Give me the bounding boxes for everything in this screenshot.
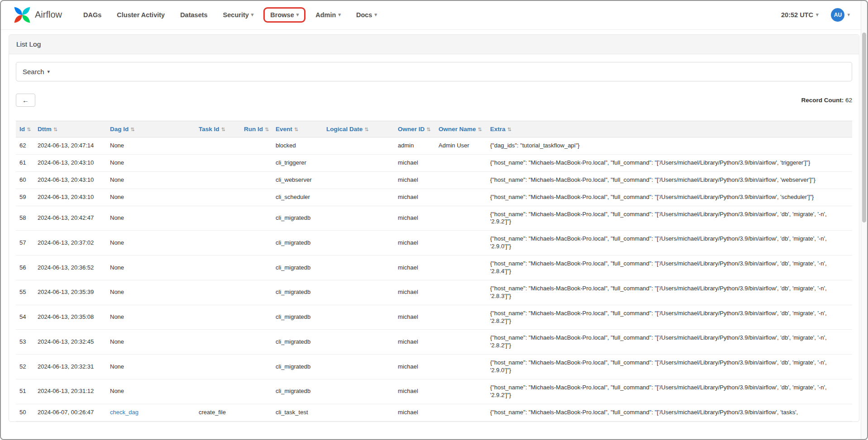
cell-owner_id: michael	[394, 330, 435, 355]
clock-label: 20:52 UTC	[781, 11, 813, 19]
cell-dag_id: None	[106, 171, 195, 189]
cell-extra: {"host_name": "Michaels-MacBook-Pro.loca…	[486, 280, 852, 305]
chevron-down-icon: ▾	[847, 12, 850, 17]
column-header-extra[interactable]: Extra⇅	[486, 121, 852, 137]
cell-owner_id: michael	[394, 255, 435, 280]
cell-dttm: 2024-06-13, 20:36:52	[34, 255, 106, 280]
sort-icon[interactable]: ⇅	[221, 127, 225, 132]
caret-down-icon: ▾	[338, 12, 341, 17]
cell-run_id	[240, 189, 272, 206]
column-header-owner_id[interactable]: Owner ID⇅	[394, 121, 435, 137]
cell-logical_date	[323, 379, 394, 404]
cell-owner_id: michael	[394, 206, 435, 231]
cell-extra: {"host_name": "Michaels-MacBook-Pro.loca…	[486, 379, 852, 404]
cell-owner_name	[435, 154, 486, 171]
column-header-run_id[interactable]: Run Id⇅	[240, 121, 272, 137]
log-row: 532024-06-13, 20:32:45Nonecli_migratedbm…	[16, 330, 852, 355]
scrollbar-thumb[interactable]	[862, 33, 866, 222]
cell-run_id	[240, 280, 272, 305]
log-row: 572024-06-13, 20:37:02Nonecli_migratedbm…	[16, 231, 852, 255]
log-row: 502024-06-07, 00:26:47check_dagcreate_fi…	[16, 404, 852, 421]
cell-task_id	[195, 355, 240, 379]
nav-item-admin[interactable]: Admin▾	[308, 7, 348, 23]
table-header-row: Id⇅Dttm⇅Dag Id⇅Task Id⇅Run Id⇅Event⇅Logi…	[16, 121, 852, 137]
nav-item-browse[interactable]: Browse▾	[263, 7, 305, 23]
sort-icon[interactable]: ⇅	[53, 127, 57, 132]
dag-id-link[interactable]: check_dag	[110, 409, 138, 416]
log-row: 562024-06-13, 20:36:52Nonecli_migratedbm…	[16, 255, 852, 280]
sort-icon[interactable]: ⇅	[364, 127, 368, 132]
sort-icon[interactable]: ⇅	[294, 127, 298, 132]
column-header-logical_date[interactable]: Logical Date⇅	[323, 121, 394, 137]
cell-dttm: 2024-06-07, 00:26:47	[34, 404, 106, 421]
cell-logical_date	[323, 280, 394, 305]
cell-task_id	[195, 280, 240, 305]
cell-owner_name	[435, 206, 486, 231]
cell-run_id	[240, 330, 272, 355]
cell-extra: {"host_name": "Michaels-MacBook-Pro.loca…	[486, 305, 852, 330]
log-row: 612024-06-13, 20:43:10Nonecli_triggererm…	[16, 154, 852, 171]
cell-task_id	[195, 305, 240, 330]
column-header-label: Event	[276, 126, 292, 132]
panel-body: Search ▾ ← Record Count: 62 Id⇅Dttm⇅Dag …	[9, 54, 859, 421]
user-menu[interactable]: AU ▾	[831, 8, 850, 22]
column-header-dag_id[interactable]: Dag Id⇅	[106, 121, 195, 137]
cell-dttm: 2024-06-13, 20:32:31	[34, 355, 106, 379]
avatar[interactable]: AU	[831, 8, 844, 22]
list-log-panel: List Log Search ▾ ← Record Count: 62 Id⇅…	[9, 34, 859, 422]
navbar-right: 20:52 UTC ▾ AU ▾	[781, 8, 850, 22]
cell-event: cli_triggerer	[272, 154, 323, 171]
record-count: Record Count: 62	[801, 97, 852, 104]
column-header-owner_name[interactable]: Owner Name⇅	[435, 121, 486, 137]
column-header-dttm[interactable]: Dttm⇅	[34, 121, 106, 137]
nav-item-label: Datasets	[180, 11, 207, 19]
cell-extra: {"host_name": "Michaels-MacBook-Pro.loca…	[486, 355, 852, 379]
cell-extra: {"host_name": "Michaels-MacBook-Pro.loca…	[486, 171, 852, 189]
sort-icon[interactable]: ⇅	[27, 127, 31, 132]
nav-item-datasets[interactable]: Datasets	[172, 7, 215, 23]
cell-owner_name	[435, 280, 486, 305]
cell-owner_name	[435, 330, 486, 355]
cell-run_id	[240, 154, 272, 171]
sort-icon[interactable]: ⇅	[507, 127, 511, 132]
cell-extra: {"host_name": "Michaels-MacBook-Pro.loca…	[486, 189, 852, 206]
cell-task_id: create_file	[195, 404, 240, 421]
cell-event: cli_scheduler	[272, 189, 323, 206]
cell-dttm: 2024-06-13, 20:35:39	[34, 280, 106, 305]
log-table-body: 622024-06-13, 20:47:14NoneblockedadminAd…	[16, 137, 852, 421]
log-row: 552024-06-13, 20:35:39Nonecli_migratedbm…	[16, 280, 852, 305]
column-header-id[interactable]: Id⇅	[16, 121, 34, 137]
caret-down-icon: ▾	[48, 69, 50, 74]
sort-icon[interactable]: ⇅	[265, 127, 269, 132]
column-header-task_id[interactable]: Task Id⇅	[195, 121, 240, 137]
column-header-event[interactable]: Event⇅	[272, 121, 323, 137]
nav-item-dags[interactable]: DAGs	[76, 7, 109, 23]
cell-extra: {"host_name": "Michaels-MacBook-Pro.loca…	[486, 255, 852, 280]
cell-logical_date	[323, 305, 394, 330]
search-dropdown[interactable]: Search ▾	[16, 62, 852, 81]
cell-event: cli_migratedb	[272, 280, 323, 305]
log-row: 592024-06-13, 20:43:10Nonecli_schedulerm…	[16, 189, 852, 206]
clock-dropdown[interactable]: 20:52 UTC ▾	[781, 11, 818, 19]
cell-run_id	[240, 255, 272, 280]
nav-item-label: Admin	[315, 11, 336, 19]
sort-icon[interactable]: ⇅	[478, 127, 482, 132]
cell-owner_id: michael	[394, 355, 435, 379]
cell-logical_date	[323, 404, 394, 421]
nav-item-label: Cluster Activity	[117, 11, 165, 19]
back-button[interactable]: ←	[16, 94, 35, 107]
sort-icon[interactable]: ⇅	[426, 127, 430, 132]
cell-id: 58	[16, 206, 34, 231]
nav-item-docs[interactable]: Docs▾	[348, 7, 385, 23]
cell-dttm: 2024-06-13, 20:43:10	[34, 189, 106, 206]
cell-dag_id: None	[106, 154, 195, 171]
airflow-brand[interactable]: Airflow	[14, 6, 62, 24]
scrollbar[interactable]	[861, 1, 867, 439]
cell-id: 51	[16, 379, 34, 404]
sort-icon[interactable]: ⇅	[130, 127, 134, 132]
cell-logical_date	[323, 355, 394, 379]
nav-item-security[interactable]: Security▾	[215, 7, 262, 23]
nav-item-cluster-activity[interactable]: Cluster Activity	[109, 7, 172, 23]
cell-dag_id: None	[106, 206, 195, 231]
caret-down-icon: ▾	[374, 12, 377, 17]
